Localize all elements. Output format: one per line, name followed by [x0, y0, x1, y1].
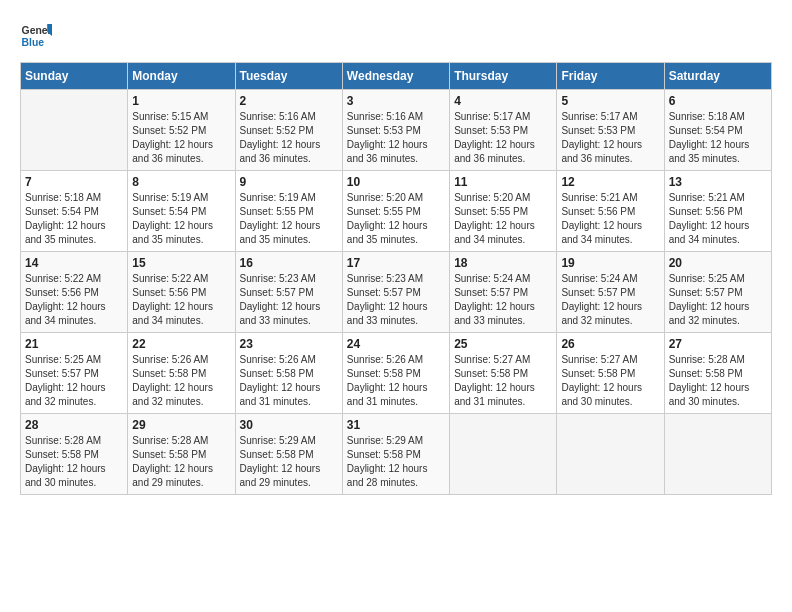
calendar-cell: 7Sunrise: 5:18 AM Sunset: 5:54 PM Daylig…	[21, 171, 128, 252]
day-info: Sunrise: 5:18 AM Sunset: 5:54 PM Dayligh…	[25, 191, 123, 247]
day-info: Sunrise: 5:16 AM Sunset: 5:52 PM Dayligh…	[240, 110, 338, 166]
calendar-cell: 10Sunrise: 5:20 AM Sunset: 5:55 PM Dayli…	[342, 171, 449, 252]
day-number: 7	[25, 175, 123, 189]
day-info: Sunrise: 5:17 AM Sunset: 5:53 PM Dayligh…	[561, 110, 659, 166]
day-number: 31	[347, 418, 445, 432]
calendar-cell: 11Sunrise: 5:20 AM Sunset: 5:55 PM Dayli…	[450, 171, 557, 252]
day-info: Sunrise: 5:20 AM Sunset: 5:55 PM Dayligh…	[454, 191, 552, 247]
calendar-cell: 31Sunrise: 5:29 AM Sunset: 5:58 PM Dayli…	[342, 414, 449, 495]
day-info: Sunrise: 5:28 AM Sunset: 5:58 PM Dayligh…	[132, 434, 230, 490]
day-info: Sunrise: 5:23 AM Sunset: 5:57 PM Dayligh…	[240, 272, 338, 328]
calendar-cell: 15Sunrise: 5:22 AM Sunset: 5:56 PM Dayli…	[128, 252, 235, 333]
calendar-week-row: 14Sunrise: 5:22 AM Sunset: 5:56 PM Dayli…	[21, 252, 772, 333]
day-info: Sunrise: 5:25 AM Sunset: 5:57 PM Dayligh…	[669, 272, 767, 328]
calendar-cell: 20Sunrise: 5:25 AM Sunset: 5:57 PM Dayli…	[664, 252, 771, 333]
day-info: Sunrise: 5:19 AM Sunset: 5:54 PM Dayligh…	[132, 191, 230, 247]
day-info: Sunrise: 5:28 AM Sunset: 5:58 PM Dayligh…	[25, 434, 123, 490]
day-info: Sunrise: 5:26 AM Sunset: 5:58 PM Dayligh…	[132, 353, 230, 409]
calendar-cell: 4Sunrise: 5:17 AM Sunset: 5:53 PM Daylig…	[450, 90, 557, 171]
day-number: 13	[669, 175, 767, 189]
day-info: Sunrise: 5:15 AM Sunset: 5:52 PM Dayligh…	[132, 110, 230, 166]
calendar-table: SundayMondayTuesdayWednesdayThursdayFrid…	[20, 62, 772, 495]
day-number: 19	[561, 256, 659, 270]
day-number: 3	[347, 94, 445, 108]
day-number: 26	[561, 337, 659, 351]
calendar-cell: 18Sunrise: 5:24 AM Sunset: 5:57 PM Dayli…	[450, 252, 557, 333]
weekday-header-thursday: Thursday	[450, 63, 557, 90]
day-info: Sunrise: 5:26 AM Sunset: 5:58 PM Dayligh…	[240, 353, 338, 409]
day-number: 15	[132, 256, 230, 270]
day-info: Sunrise: 5:24 AM Sunset: 5:57 PM Dayligh…	[454, 272, 552, 328]
day-number: 21	[25, 337, 123, 351]
day-info: Sunrise: 5:26 AM Sunset: 5:58 PM Dayligh…	[347, 353, 445, 409]
calendar-week-row: 1Sunrise: 5:15 AM Sunset: 5:52 PM Daylig…	[21, 90, 772, 171]
calendar-cell: 29Sunrise: 5:28 AM Sunset: 5:58 PM Dayli…	[128, 414, 235, 495]
calendar-cell: 30Sunrise: 5:29 AM Sunset: 5:58 PM Dayli…	[235, 414, 342, 495]
svg-text:Blue: Blue	[22, 37, 45, 48]
day-number: 22	[132, 337, 230, 351]
day-number: 1	[132, 94, 230, 108]
day-info: Sunrise: 5:23 AM Sunset: 5:57 PM Dayligh…	[347, 272, 445, 328]
day-info: Sunrise: 5:25 AM Sunset: 5:57 PM Dayligh…	[25, 353, 123, 409]
day-number: 10	[347, 175, 445, 189]
calendar-cell: 26Sunrise: 5:27 AM Sunset: 5:58 PM Dayli…	[557, 333, 664, 414]
day-number: 4	[454, 94, 552, 108]
calendar-cell: 12Sunrise: 5:21 AM Sunset: 5:56 PM Dayli…	[557, 171, 664, 252]
calendar-cell: 2Sunrise: 5:16 AM Sunset: 5:52 PM Daylig…	[235, 90, 342, 171]
calendar-week-row: 7Sunrise: 5:18 AM Sunset: 5:54 PM Daylig…	[21, 171, 772, 252]
day-info: Sunrise: 5:22 AM Sunset: 5:56 PM Dayligh…	[132, 272, 230, 328]
calendar-cell: 17Sunrise: 5:23 AM Sunset: 5:57 PM Dayli…	[342, 252, 449, 333]
day-info: Sunrise: 5:21 AM Sunset: 5:56 PM Dayligh…	[669, 191, 767, 247]
calendar-cell: 16Sunrise: 5:23 AM Sunset: 5:57 PM Dayli…	[235, 252, 342, 333]
calendar-cell	[21, 90, 128, 171]
day-info: Sunrise: 5:17 AM Sunset: 5:53 PM Dayligh…	[454, 110, 552, 166]
day-info: Sunrise: 5:29 AM Sunset: 5:58 PM Dayligh…	[240, 434, 338, 490]
day-info: Sunrise: 5:21 AM Sunset: 5:56 PM Dayligh…	[561, 191, 659, 247]
calendar-cell: 9Sunrise: 5:19 AM Sunset: 5:55 PM Daylig…	[235, 171, 342, 252]
calendar-week-row: 28Sunrise: 5:28 AM Sunset: 5:58 PM Dayli…	[21, 414, 772, 495]
calendar-cell	[557, 414, 664, 495]
day-number: 29	[132, 418, 230, 432]
day-number: 5	[561, 94, 659, 108]
calendar-cell: 25Sunrise: 5:27 AM Sunset: 5:58 PM Dayli…	[450, 333, 557, 414]
calendar-cell: 14Sunrise: 5:22 AM Sunset: 5:56 PM Dayli…	[21, 252, 128, 333]
calendar-cell: 21Sunrise: 5:25 AM Sunset: 5:57 PM Dayli…	[21, 333, 128, 414]
day-number: 8	[132, 175, 230, 189]
calendar-cell	[450, 414, 557, 495]
day-info: Sunrise: 5:28 AM Sunset: 5:58 PM Dayligh…	[669, 353, 767, 409]
day-info: Sunrise: 5:19 AM Sunset: 5:55 PM Dayligh…	[240, 191, 338, 247]
day-info: Sunrise: 5:16 AM Sunset: 5:53 PM Dayligh…	[347, 110, 445, 166]
calendar-cell: 24Sunrise: 5:26 AM Sunset: 5:58 PM Dayli…	[342, 333, 449, 414]
page-header: General Blue	[20, 20, 772, 52]
calendar-cell: 6Sunrise: 5:18 AM Sunset: 5:54 PM Daylig…	[664, 90, 771, 171]
day-number: 24	[347, 337, 445, 351]
calendar-cell: 28Sunrise: 5:28 AM Sunset: 5:58 PM Dayli…	[21, 414, 128, 495]
day-info: Sunrise: 5:27 AM Sunset: 5:58 PM Dayligh…	[561, 353, 659, 409]
day-number: 12	[561, 175, 659, 189]
day-info: Sunrise: 5:24 AM Sunset: 5:57 PM Dayligh…	[561, 272, 659, 328]
day-number: 25	[454, 337, 552, 351]
day-number: 11	[454, 175, 552, 189]
weekday-header-monday: Monday	[128, 63, 235, 90]
calendar-week-row: 21Sunrise: 5:25 AM Sunset: 5:57 PM Dayli…	[21, 333, 772, 414]
day-number: 16	[240, 256, 338, 270]
calendar-cell: 5Sunrise: 5:17 AM Sunset: 5:53 PM Daylig…	[557, 90, 664, 171]
day-number: 17	[347, 256, 445, 270]
calendar-cell: 3Sunrise: 5:16 AM Sunset: 5:53 PM Daylig…	[342, 90, 449, 171]
calendar-cell	[664, 414, 771, 495]
calendar-cell: 23Sunrise: 5:26 AM Sunset: 5:58 PM Dayli…	[235, 333, 342, 414]
day-info: Sunrise: 5:22 AM Sunset: 5:56 PM Dayligh…	[25, 272, 123, 328]
logo: General Blue	[20, 20, 58, 52]
calendar-cell: 19Sunrise: 5:24 AM Sunset: 5:57 PM Dayli…	[557, 252, 664, 333]
day-number: 9	[240, 175, 338, 189]
day-info: Sunrise: 5:29 AM Sunset: 5:58 PM Dayligh…	[347, 434, 445, 490]
calendar-header-row: SundayMondayTuesdayWednesdayThursdayFrid…	[21, 63, 772, 90]
weekday-header-saturday: Saturday	[664, 63, 771, 90]
calendar-cell: 27Sunrise: 5:28 AM Sunset: 5:58 PM Dayli…	[664, 333, 771, 414]
day-number: 28	[25, 418, 123, 432]
weekday-header-friday: Friday	[557, 63, 664, 90]
day-info: Sunrise: 5:20 AM Sunset: 5:55 PM Dayligh…	[347, 191, 445, 247]
logo-icon: General Blue	[20, 20, 52, 52]
calendar-cell: 8Sunrise: 5:19 AM Sunset: 5:54 PM Daylig…	[128, 171, 235, 252]
day-info: Sunrise: 5:27 AM Sunset: 5:58 PM Dayligh…	[454, 353, 552, 409]
